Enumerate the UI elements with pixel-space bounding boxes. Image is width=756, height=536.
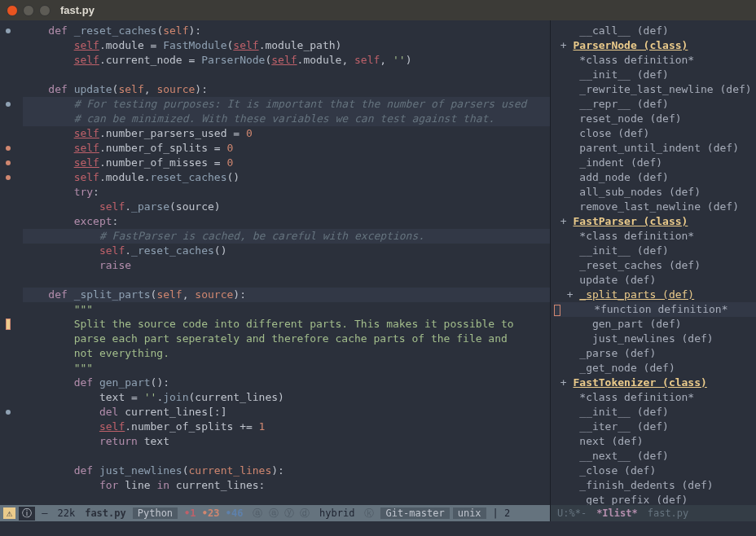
gutter-mark xyxy=(0,302,16,317)
ml-filename: fast.py xyxy=(81,507,130,519)
outline-item[interactable]: _parse (def) xyxy=(554,346,756,361)
outline-item[interactable]: *function definition* xyxy=(554,302,756,317)
err-count-orange: •23 xyxy=(202,507,220,519)
code-line[interactable]: except: xyxy=(23,214,550,229)
outline-item[interactable]: *class definition* xyxy=(554,390,756,405)
outline-item[interactable]: + _split_parts (def) xyxy=(554,288,756,302)
outline-item[interactable]: _get_node (def) xyxy=(554,361,756,376)
gutter-mark xyxy=(0,420,16,434)
code-line[interactable]: self.number_of_splits = 0 xyxy=(23,141,550,156)
outline-item[interactable]: gen_part (def) xyxy=(554,317,756,332)
code-line[interactable]: del current_lines[:] xyxy=(23,405,550,420)
code-line[interactable]: self.number_parsers_used = 0 xyxy=(23,126,550,141)
outline-item[interactable]: _rewrite_last_newline (def) xyxy=(554,82,756,97)
outline-item[interactable]: _reset_caches (def) xyxy=(554,258,756,273)
code-line[interactable]: def just_newlines(current_lines): xyxy=(23,464,550,478)
outline-item[interactable]: *class definition* xyxy=(554,53,756,68)
code-line[interactable]: def gen_part(): xyxy=(23,376,550,390)
code-line[interactable]: """ xyxy=(23,302,550,317)
code-line[interactable]: self.current_node = ParserNode(self.modu… xyxy=(23,53,550,68)
outline-item[interactable]: add_node (def) xyxy=(554,170,756,185)
code-line[interactable]: self._parse(source) xyxy=(23,200,550,214)
outline-item[interactable]: __init__ (def) xyxy=(554,68,756,82)
code-line[interactable]: # For testing purposes: It is important … xyxy=(23,97,550,112)
close-button[interactable] xyxy=(7,5,18,16)
code-line[interactable]: try: xyxy=(23,185,550,200)
outline-item[interactable]: __call__ (def) xyxy=(554,24,756,38)
code-buffer[interactable]: def _reset_caches(self): self.module = F… xyxy=(16,20,550,505)
ml-ilist: *Ilist* xyxy=(593,507,641,519)
gutter-mark xyxy=(0,376,16,390)
code-line[interactable]: def _split_parts(self, source): xyxy=(23,288,550,302)
outline-pane: __call__ (def) + ParserNode (class) *cla… xyxy=(551,20,756,521)
outline-item[interactable]: __iter__ (def) xyxy=(554,420,756,434)
gutter-mark xyxy=(0,332,16,346)
code-line[interactable]: # can be minimized. With these variables… xyxy=(23,112,550,126)
code-area[interactable]: def _reset_caches(self): self.module = F… xyxy=(0,20,550,505)
outline-list[interactable]: __call__ (def) + ParserNode (class) *cla… xyxy=(551,20,756,505)
outline-item[interactable]: just_newlines (def) xyxy=(554,332,756,346)
outline-item[interactable]: _indent (def) xyxy=(554,156,756,170)
code-line[interactable]: raise xyxy=(23,258,550,273)
gutter-mark xyxy=(0,258,16,273)
outline-item[interactable]: reset_node (def) xyxy=(554,112,756,126)
code-line[interactable]: def update(self, source): xyxy=(23,82,550,97)
outline-item[interactable]: parent_until_indent (def) xyxy=(554,141,756,156)
gutter xyxy=(0,20,16,505)
ml-git[interactable]: Git-master xyxy=(380,507,449,519)
outline-item[interactable]: all_sub_nodes (def) xyxy=(554,185,756,200)
gutter-mark xyxy=(0,478,16,493)
minibuffer[interactable] xyxy=(0,521,756,536)
ml-major-mode[interactable]: Python xyxy=(133,507,178,519)
code-line[interactable] xyxy=(23,273,550,288)
code-line[interactable]: parse each part seperately and therefore… xyxy=(23,332,550,346)
code-line[interactable]: self.number_of_misses = 0 xyxy=(23,156,550,170)
code-line[interactable]: self.number_of_splits += 1 xyxy=(23,420,550,434)
outline-item[interactable]: __next__ (def) xyxy=(554,449,756,464)
gutter-mark xyxy=(0,405,16,420)
code-line[interactable] xyxy=(23,68,550,82)
main-pane: def _reset_caches(self): self.module = F… xyxy=(0,20,551,521)
outline-item[interactable]: remove_last_newline (def) xyxy=(554,200,756,214)
ml-ilist-file: fast.py xyxy=(644,507,692,519)
ml-mode-icons: ⓐ ⓐ ⓨ ⓓ xyxy=(249,507,313,521)
code-line[interactable] xyxy=(23,449,550,464)
code-line[interactable]: for line in current_lines: xyxy=(23,478,550,493)
code-line[interactable]: def _reset_caches(self): xyxy=(23,24,550,38)
outline-item[interactable]: __init__ (def) xyxy=(554,244,756,258)
code-line[interactable]: text = ''.join(current_lines) xyxy=(23,390,550,405)
code-line[interactable]: self.module.reset_caches() xyxy=(23,170,550,185)
code-line[interactable]: self.module = FastModule(self.module_pat… xyxy=(23,38,550,53)
outline-item[interactable]: update (def) xyxy=(554,273,756,288)
gutter-mark xyxy=(0,68,16,82)
minimize-button[interactable] xyxy=(23,5,34,16)
outline-item[interactable]: + FastParser (class) xyxy=(554,214,756,229)
code-line[interactable]: # FastParser is cached, be careful with … xyxy=(23,229,550,244)
outline-item[interactable]: next (def) xyxy=(554,434,756,449)
outline-item[interactable]: close (def) xyxy=(554,126,756,141)
gutter-mark xyxy=(0,288,16,302)
gutter-mark xyxy=(0,38,16,53)
gutter-mark xyxy=(0,449,16,464)
outline-item[interactable]: + ParserNode (class) xyxy=(554,38,756,53)
editor-area: def _reset_caches(self): self.module = F… xyxy=(0,20,756,521)
gutter-mark xyxy=(0,390,16,405)
code-line[interactable]: Split the source code into different par… xyxy=(23,317,550,332)
ml-umod: U:%*- xyxy=(554,507,590,519)
outline-item[interactable]: __init__ (def) xyxy=(554,405,756,420)
maximize-button[interactable] xyxy=(39,5,51,16)
outline-item[interactable]: *class definition* xyxy=(554,229,756,244)
outline-item[interactable]: _get_prefix (def) xyxy=(554,493,756,505)
err-count-blue: •46 xyxy=(226,507,244,519)
code-line[interactable]: """ xyxy=(23,361,550,376)
outline-item[interactable]: __repr__ (def) xyxy=(554,97,756,112)
code-line[interactable]: self._reset_caches() xyxy=(23,244,550,258)
code-line[interactable]: return text xyxy=(23,434,550,449)
gutter-mark xyxy=(0,214,16,229)
outline-item[interactable]: _close (def) xyxy=(554,464,756,478)
code-line[interactable]: not everything. xyxy=(23,346,550,361)
gutter-mark xyxy=(0,200,16,214)
warn-icon: ⚠ xyxy=(3,507,15,519)
outline-item[interactable]: _finish_dedents (def) xyxy=(554,478,756,493)
outline-item[interactable]: + FastTokenizer (class) xyxy=(554,376,756,390)
